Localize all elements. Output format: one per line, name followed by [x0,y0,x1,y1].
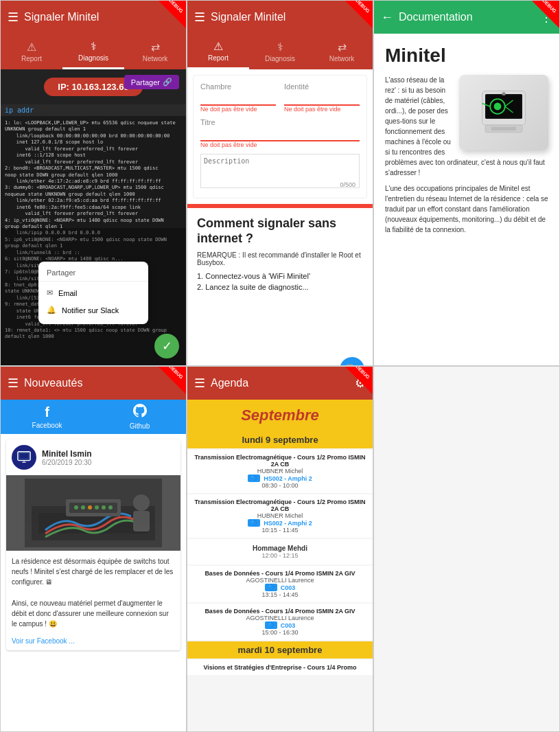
network-icon-1: ⇄ [151,41,160,54]
facebook-item[interactable]: f Facebook [1,400,93,434]
app-title-4: Nouveautés [24,377,179,389]
search-fab[interactable]: 🔍 [340,357,364,366]
event5-room: 🔷 C003 [193,621,367,629]
github-icon [133,404,147,421]
room-badge-2: 🔷 [248,519,260,527]
doc-content: Minitel [374,34,559,365]
diagnosis-icon-2: ⚕ [277,41,283,54]
tab-report-label-2: Report [208,54,229,62]
event2-prof: HUBNER Michel [193,512,367,519]
back-icon-3[interactable]: ← [381,10,393,25]
github-item[interactable]: Github [93,400,186,434]
report-form: Chambre Ne doit pas être vide Identité N… [193,75,367,198]
agenda-event-1: Transmission Electromagnétique - Cours 1… [187,450,373,493]
news-author-info: Minitel Ismin 6/20/2019 20:30 [42,449,92,466]
app-bar-1: ☰ Signaler Minitel [1,1,186,34]
tab-diagnosis-2[interactable]: ⚕ Diagnosis [249,34,311,69]
bottom-nav-2: ⚠ Report ⚕ Diagnosis ⇄ Network [187,34,373,69]
char-count: 0/500 [340,181,355,188]
slack-icon: 🔔 [47,306,56,314]
warning-icon-1: ⚠ [27,41,36,54]
event4-time: 13:15 - 14:45 [193,591,367,598]
chambre-error: Ne doit pas être vide [200,106,276,113]
tab-diagnosis-label-2: Diagnosis [265,55,295,62]
agenda-event-4: Bases de Données - Cours 1/4 Promo ISMIN… [187,566,373,602]
social-bar: f Facebook Github [1,400,186,434]
share-slack-item[interactable]: 🔔 Notifier sur Slack [38,301,148,319]
agenda-event-6: Visions et Stratégies d'Entreprise - Cou… [187,660,373,675]
event1-title: Transmission Electromagnétique - Cours 1… [193,454,367,468]
agenda-month: Septembre [187,400,373,431]
share-email-item[interactable]: ✉ Email [38,284,148,301]
svg-rect-12 [19,453,30,459]
news-avatar [12,445,36,470]
room-badge-5: 🔷 [265,621,277,629]
agenda-event-5: Bases de Données - Cours 1/4 Promo ISMIN… [187,604,373,640]
share-popup: Partager ✉ Email 🔔 Notifier sur Slack [38,262,148,324]
agenda-day1: lundi 9 septembre [187,431,373,448]
room-badge-1: 🔷 [248,474,260,482]
event2-time: 10:15 - 11:45 [193,527,367,534]
app-bar-5: ☰ Agenda ⚙ [187,367,373,400]
titre-label: Titre [200,118,360,126]
news-date: 6/20/2019 20:30 [42,459,92,466]
partager-button[interactable]: Partager 🔗 [124,75,179,89]
bottom-nav-1: ⚠ Report ⚕ Diagnosis ⇄ Network [1,34,186,69]
how-title: Comment signaler sans internet ? [197,216,363,246]
news-text-1: La résidence est désormais équipée de sw… [6,551,180,593]
github-label: Github [130,422,150,430]
room-badge-4: 🔷 [265,584,277,591]
agenda-day2: mardi 10 septembre [187,641,373,659]
email-icon: ✉ [47,288,53,297]
menu-icon-4[interactable]: ☰ [8,376,19,391]
event3-title: Hommage Mehdi [193,545,367,552]
form-group-identite: Identité Ne doit pas être vide [284,82,360,113]
menu-icon-2[interactable]: ☰ [194,10,205,25]
event2-title: Transmission Electromagnétique - Cours 1… [193,499,367,512]
doc-app-title: Documentation [399,11,540,23]
tab-report-1[interactable]: ⚠ Report [1,34,62,69]
panel-empty [373,366,560,732]
how-remark: REMARQUE : Il est recommandé d'installer… [197,251,363,266]
titre-input[interactable] [200,130,360,141]
svg-point-23 [81,505,85,510]
svg-rect-3 [487,95,521,117]
doc-title: Minitel [385,45,548,67]
tab-network-2[interactable]: ⇄ Network [311,34,373,69]
agenda-event-3: Hommage Mehdi 12:00 - 12:15 [187,539,373,564]
tab-report-2[interactable]: ⚠ Report [187,34,249,69]
doc-paragraph-2: L'une des occupations principales de Min… [385,183,548,235]
menu-icon-5[interactable]: ☰ [194,376,205,391]
confirm-check: ✓ [154,334,179,358]
tab-diagnosis-1[interactable]: ⚕ Diagnosis [62,34,124,69]
news-facebook-link[interactable]: Voir sur Facebook ... [6,634,180,650]
tab-network-1[interactable]: ⇄ Network [124,34,186,69]
panel-agenda: DEBUG ☰ Agenda ⚙ Septembre lundi 9 septe… [187,366,373,732]
diagnosis-content: IP: 10.163.123.69 ip addr 1: lo: <LOOPBA… [1,69,186,365]
panel-documentation: DEBUG ← Documentation ⋮ Minitel [373,0,560,366]
identite-input[interactable] [284,94,360,106]
identite-label: Identité [284,82,360,91]
description-wrap: 0/500 [200,154,360,191]
tab-diagnosis-label-1: Diagnosis [78,54,108,62]
minitel-svg [473,85,535,140]
description-textarea[interactable] [200,154,360,188]
chambre-input[interactable] [200,94,276,106]
facebook-icon: f [45,404,49,420]
how-to-section: Comment signaler sans internet ? REMARQU… [187,204,373,366]
svg-point-26 [102,505,106,510]
news-text-2: Ainsi, ce nouveau matériel permet d'augm… [6,593,180,634]
svg-rect-10 [491,127,516,130]
panel-diagnosis: DEBUG ☰ Signaler Minitel ⚠ Report ⚕ Diag… [0,0,187,366]
agenda-content: Septembre lundi 9 septembre Transmission… [187,400,373,731]
event5-prof: AGOSTINELLI Laurence [193,615,367,621]
form-row-chambre-identite: Chambre Ne doit pas être vide Identité N… [200,82,360,113]
agenda-event-2: Transmission Electromagnétique - Cours 1… [187,494,373,538]
news-image [6,475,180,551]
svg-point-24 [88,505,92,510]
event4-title: Bases de Données - Cours 1/4 Promo ISMIN… [193,570,367,577]
chambre-label: Chambre [200,82,276,91]
how-step1: 1. Connectez-vous à 'WiFi Minitel' [197,272,363,280]
menu-icon-1[interactable]: ☰ [8,10,19,25]
svg-point-28 [133,494,150,511]
